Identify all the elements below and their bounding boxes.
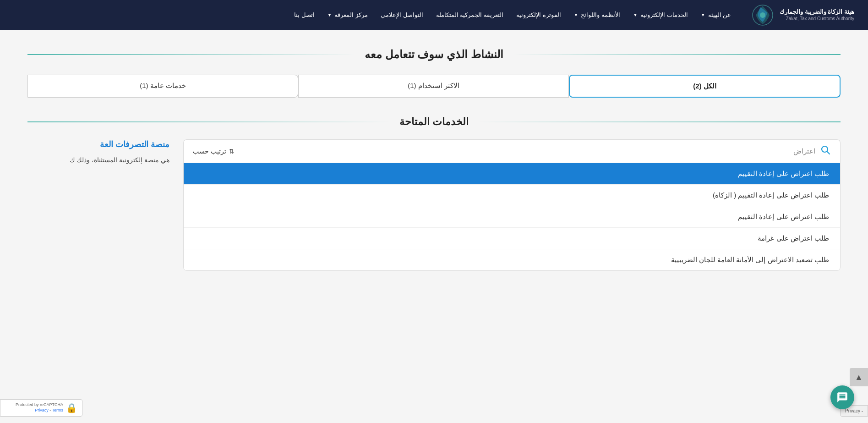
search-dropdown-area: ⇅ ترتيب حسب طلب اعتراض على إعادة التقييم… (183, 139, 841, 271)
search-input[interactable] (235, 148, 815, 155)
nav-label-regulations: الأنظمة واللوائح (581, 11, 620, 18)
nav-label-media: التواصل الإعلامي (381, 11, 423, 18)
list-item[interactable]: طلب اعتراض على إعادة التقييم (184, 163, 840, 185)
sort-label: ترتيب حسب (193, 148, 226, 155)
svg-point-1 (760, 12, 765, 18)
side-panel-description: هي منصة إلكترونية المستثناة، وذلك ك (27, 155, 169, 166)
recaptcha-text: Protected by reCAPTCHA Privacy - Terms (16, 402, 63, 413)
chevron-down-icon: ▼ (701, 12, 705, 17)
recaptcha-badge: 🔒 Protected by reCAPTCHA Privacy - Terms (0, 399, 82, 417)
recaptcha-logo-icon: 🔒 (66, 402, 77, 413)
list-item[interactable]: طلب اعتراض على إعادة التقييم (184, 206, 840, 228)
nav-item-about[interactable]: عن الهيئة ▼ (694, 0, 738, 30)
nav-label-knowledge: مركز المعرفة (334, 11, 368, 18)
nav-label-eservices: الخدمات الإلكترونية (640, 11, 688, 18)
services-section-title: الخدمات المتاحة (27, 116, 841, 128)
search-icon (820, 144, 831, 158)
logo-icon (751, 4, 774, 27)
content-wrapper: ⇅ ترتيب حسب طلب اعتراض على إعادة التقييم… (27, 139, 841, 271)
chevron-down-icon: ▼ (574, 12, 579, 17)
nav-label-einvoice: الفوترة الإلكترونية (516, 11, 561, 18)
search-container (235, 144, 831, 158)
nav-item-einvoice[interactable]: الفوترة الإلكترونية (510, 0, 568, 30)
nav-item-contact[interactable]: اتصل بنا (288, 0, 321, 30)
site-name-english: Zakat, Tax and Customs Authority (780, 16, 854, 22)
search-filter-row: ⇅ ترتيب حسب (183, 139, 841, 163)
nav-item-regulations[interactable]: الأنظمة واللوائح ▼ (568, 0, 627, 30)
recaptcha-privacy-link[interactable]: Privacy (35, 408, 49, 412)
main-content: النشاط الذي سوف تتعامل معه الكل (2) الاك… (0, 30, 868, 423)
nav-item-tariff[interactable]: التعريفة الجمركية المتكاملة (430, 0, 510, 30)
nav-item-eservices[interactable]: الخدمات الإلكترونية ▼ (627, 0, 694, 30)
activity-section-title: النشاط الذي سوف تتعامل معه (27, 48, 841, 61)
list-item[interactable]: طلب اعتراض على إعادة التقييم ( الزكاة) (184, 185, 840, 206)
side-panel-title: منصة التصرفات العة (27, 139, 169, 149)
tab-most-used[interactable]: الاكثر استخدام (1) (298, 75, 569, 98)
tabs-container: الكل (2) الاكثر استخدام (1) خدمات عامة (… (27, 75, 841, 98)
nav-menu: عن الهيئة ▼ الخدمات الإلكترونية ▼ الأنظم… (14, 0, 751, 30)
chat-icon (836, 391, 848, 403)
list-item[interactable]: طلب اعتراض على غرامة (184, 228, 840, 249)
sort-icon: ⇅ (229, 148, 235, 155)
privacy-badge-text: Privacy - (845, 408, 863, 413)
dropdown-list: طلب اعتراض على إعادة التقييم طلب اعتراض … (183, 163, 841, 271)
chevron-down-icon: ▼ (328, 12, 332, 17)
nav-label-about: عن الهيئة (708, 11, 732, 18)
site-name-arabic: هيئة الزكاة والضريبة والجمارك (780, 8, 854, 16)
tab-all[interactable]: الكل (2) (569, 75, 841, 98)
svg-line-3 (827, 152, 830, 154)
nav-item-media[interactable]: التواصل الإعلامي (374, 0, 430, 30)
list-item[interactable]: طلب تصعيد الاعتراض إلى الأمانة العامة لل… (184, 249, 840, 270)
chevron-down-icon: ▼ (633, 12, 638, 17)
chat-button[interactable] (830, 385, 854, 409)
nav-label-contact: اتصل بنا (294, 11, 315, 18)
tab-general-services[interactable]: خدمات عامة (1) (27, 75, 298, 98)
recaptcha-terms-link[interactable]: Terms (52, 408, 64, 412)
sort-filter-button[interactable]: ⇅ ترتيب حسب (193, 148, 235, 155)
scroll-to-top-button[interactable]: ▲ (850, 368, 868, 386)
nav-item-knowledge[interactable]: مركز المعرفة ▼ (321, 0, 375, 30)
navbar: هيئة الزكاة والضريبة والجمارك Zakat, Tax… (0, 0, 868, 30)
side-panel: منصة التصرفات العة هي منصة إلكترونية الم… (27, 139, 183, 271)
chevron-up-icon: ▲ (855, 373, 863, 382)
nav-label-tariff: التعريفة الجمركية المتكاملة (436, 11, 503, 18)
logo: هيئة الزكاة والضريبة والجمارك Zakat, Tax… (751, 4, 854, 27)
